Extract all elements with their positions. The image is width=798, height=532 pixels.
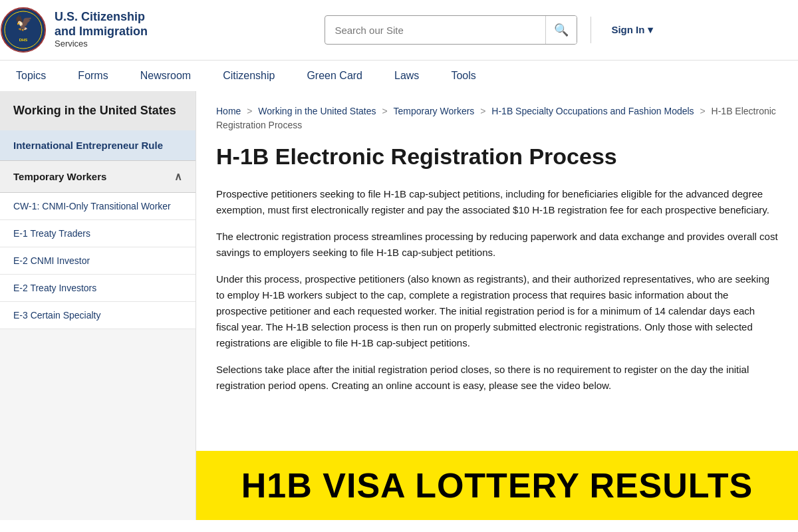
sidebar-item-e3[interactable]: E-3 Certain Specialty <box>0 302 196 329</box>
logo-line3: Services <box>55 39 148 50</box>
search-area: 🔍 Sign In ▾ <box>186 15 798 45</box>
search-icon: 🔍 <box>554 23 569 37</box>
header-divider <box>591 17 591 43</box>
sign-in-label: Sign In ▾ <box>611 24 652 36</box>
sidebar: Working in the United States Internation… <box>0 91 196 520</box>
logo-line1: U.S. Citizenship <box>55 10 148 25</box>
sidebar-temp-workers-header[interactable]: Temporary Workers ∧ <box>0 161 196 193</box>
breadcrumb-working[interactable]: Working in the United States <box>258 106 376 116</box>
main-layout: Working in the United States Internation… <box>0 91 798 520</box>
nav-forms[interactable]: Forms <box>62 61 124 91</box>
logo-text: U.S. Citizenship and Immigration Service… <box>55 10 148 50</box>
breadcrumb-sep-3: > <box>480 106 488 116</box>
breadcrumb-home[interactable]: Home <box>216 106 241 116</box>
svg-text:🦅: 🦅 <box>15 14 33 32</box>
nav-tools[interactable]: Tools <box>435 61 491 91</box>
breadcrumb-sep-4: > <box>700 106 708 116</box>
nav-topics[interactable]: Topics <box>0 61 62 91</box>
svg-text:DHS: DHS <box>19 38 28 42</box>
content-paragraph-3: Under this process, prospective petition… <box>216 271 778 351</box>
logo-line2: and Immigration <box>55 25 148 39</box>
breadcrumb-temp[interactable]: Temporary Workers <box>393 106 474 116</box>
header-top: 🦅 DHS U.S. Citizenship and Immigration S… <box>0 0 798 60</box>
sidebar-item-e1[interactable]: E-1 Treaty Traders <box>0 220 196 247</box>
logo-area: 🦅 DHS U.S. Citizenship and Immigration S… <box>0 7 173 53</box>
sidebar-section-title: Working in the United States <box>0 91 196 130</box>
nav-green-card[interactable]: Green Card <box>291 61 378 91</box>
sidebar-ie-rule-link[interactable]: International Entrepreneur Rule <box>0 130 196 161</box>
content-paragraph-2: The electronic registration process stre… <box>216 229 778 261</box>
chevron-up-icon: ∧ <box>174 170 182 183</box>
content-area: Home > Working in the United States > Te… <box>196 91 798 520</box>
search-input[interactable] <box>325 18 545 43</box>
search-button[interactable]: 🔍 <box>545 16 577 44</box>
yellow-banner: H1B VISA LOTTERY RESULTS <box>196 451 798 520</box>
breadcrumb-sep-1: > <box>247 106 255 116</box>
sidebar-temp-workers-label: Temporary Workers <box>13 171 106 182</box>
nav-laws[interactable]: Laws <box>378 61 435 91</box>
site-header: 🦅 DHS U.S. Citizenship and Immigration S… <box>0 0 798 91</box>
breadcrumb: Home > Working in the United States > Te… <box>216 104 778 132</box>
breadcrumb-sep-2: > <box>382 106 390 116</box>
nav-newsroom[interactable]: Newsroom <box>124 61 207 91</box>
sidebar-item-e2-cnmi[interactable]: E-2 CNMI Investor <box>0 247 196 275</box>
sidebar-item-e2-treaty[interactable]: E-2 Treaty Investors <box>0 275 196 302</box>
content-paragraph-4: Selections take place after the initial … <box>216 362 778 394</box>
uscis-seal-icon: 🦅 DHS <box>0 7 47 53</box>
sidebar-item-cw1[interactable]: CW-1: CNMI-Only Transitional Worker <box>0 193 196 220</box>
search-box: 🔍 <box>325 15 577 45</box>
sign-in-button[interactable]: Sign In ▾ <box>604 20 659 40</box>
banner-text: H1B VISA LOTTERY RESULTS <box>241 466 753 505</box>
content-paragraph-1: Prospective petitioners seeking to file … <box>216 186 778 218</box>
breadcrumb-h1b-specialty[interactable]: H-1B Specialty Occupations and Fashion M… <box>491 106 694 116</box>
main-nav: Topics Forms Newsroom Citizenship Green … <box>0 60 798 91</box>
nav-citizenship[interactable]: Citizenship <box>207 61 291 91</box>
page-title: H-1B Electronic Registration Process <box>216 143 778 170</box>
